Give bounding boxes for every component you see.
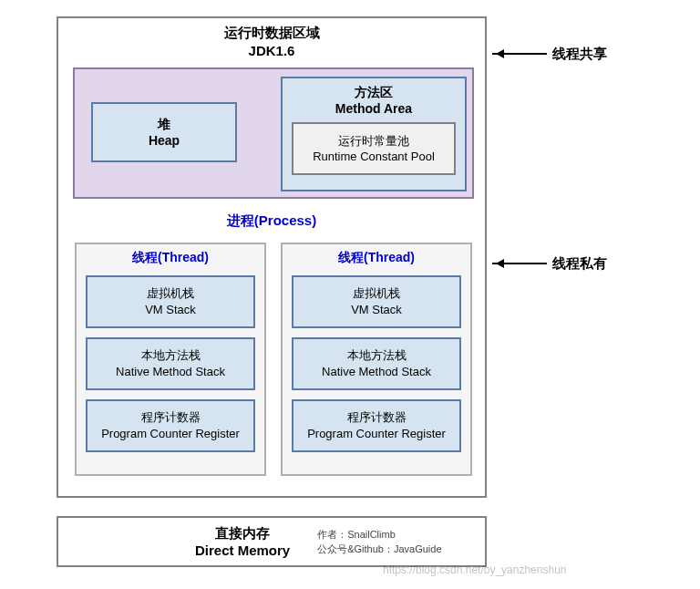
vm-stack-right: 虚拟机栈 VM Stack — [292, 275, 461, 328]
runtime-constant-pool-box: 运行时常量池 Runtime Constant Pool — [292, 122, 456, 175]
rcp-cn: 运行时常量池 — [293, 133, 454, 150]
native-stack-left: 本地方法栈 Native Method Stack — [86, 337, 255, 390]
credit-author: 作者：SnailClimb — [317, 527, 441, 542]
method-area-cn: 方法区 — [283, 84, 465, 100]
process-label: 进程(Process) — [58, 212, 485, 230]
heap-box: 堆 Heap — [91, 102, 237, 162]
watermark: https://blog.csdn.net/by_yanzhenshun — [383, 563, 566, 576]
thread-shared-area: 堆 Heap 方法区 Method Area 运行时常量池 Runtime Co… — [73, 67, 474, 199]
direct-memory-box: 直接内存 Direct Memory 作者：SnailClimb 公众号&Git… — [57, 516, 487, 567]
heap-en: Heap — [93, 132, 235, 149]
label-thread-private: 线程私有 — [552, 255, 607, 273]
thread-box-left: 线程(Thread) 虚拟机栈 VM Stack 本地方法栈 Native Me… — [75, 243, 266, 476]
title-sub: JDK1.6 — [58, 42, 485, 60]
runtime-data-area-box: 运行时数据区域 JDK1.6 堆 Heap 方法区 Method Area 运行… — [57, 16, 487, 498]
method-area-en: Method Area — [283, 100, 465, 117]
method-area-box: 方法区 Method Area 运行时常量池 Runtime Constant … — [281, 77, 467, 191]
vm-stack-left: 虚拟机栈 VM Stack — [86, 275, 255, 328]
thread-title-left: 线程(Thread) — [77, 250, 264, 266]
thread-box-right: 线程(Thread) 虚拟机栈 VM Stack 本地方法栈 Native Me… — [281, 243, 472, 476]
pc-register-left: 程序计数器 Program Counter Register — [86, 399, 255, 452]
arrow-shared-icon — [492, 53, 547, 55]
arrow-private-icon — [492, 263, 547, 264]
pc-register-right: 程序计数器 Program Counter Register — [292, 399, 461, 452]
label-thread-shared: 线程共享 — [552, 46, 607, 63]
method-area-title: 方法区 Method Area — [283, 84, 465, 117]
main-title: 运行时数据区域 JDK1.6 — [58, 24, 485, 59]
heap-cn: 堆 — [93, 116, 235, 132]
native-stack-right: 本地方法栈 Native Method Stack — [292, 337, 461, 390]
credits: 作者：SnailClimb 公众号&Github：JavaGuide — [317, 527, 441, 557]
credit-pub: 公众号&Github：JavaGuide — [317, 542, 441, 557]
title-cn: 运行时数据区域 — [58, 24, 485, 42]
rcp-en: Runtime Constant Pool — [293, 149, 454, 165]
thread-title-right: 线程(Thread) — [283, 250, 470, 266]
direct-memory-label: 直接内存 Direct Memory — [195, 524, 290, 560]
